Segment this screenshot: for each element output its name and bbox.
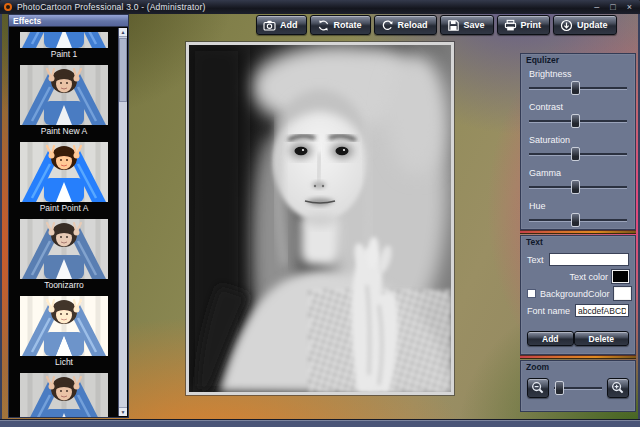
save-button-label: Save bbox=[464, 20, 485, 30]
window-title: PhotoCartoon Professional 3.0 - (Adminis… bbox=[17, 2, 205, 12]
saturation-slider-thumb[interactable] bbox=[571, 147, 580, 161]
effect-item-paint-point-a[interactable]: Paint Point A bbox=[9, 142, 119, 215]
print-icon bbox=[504, 19, 517, 32]
background-checkbox[interactable] bbox=[527, 289, 536, 298]
background-color-row: Background Color bbox=[527, 287, 629, 300]
effect-caption: Paint New A bbox=[9, 125, 119, 138]
zoom-panel-header: Zoom bbox=[521, 361, 635, 374]
gamma-label: Gamma bbox=[529, 168, 627, 178]
font-name-input[interactable] bbox=[575, 304, 629, 317]
gamma-slider[interactable] bbox=[529, 186, 627, 189]
effect-thumbnail bbox=[20, 32, 108, 48]
hue-label: Hue bbox=[529, 201, 627, 211]
background-label: Background bbox=[540, 289, 588, 299]
hue-slider-thumb[interactable] bbox=[571, 213, 580, 227]
reload-button[interactable]: Reload bbox=[374, 15, 437, 35]
effects-panel-header: Effects bbox=[8, 14, 129, 27]
effect-caption: Licht bbox=[9, 356, 119, 369]
text-input[interactable] bbox=[549, 253, 629, 266]
main-toolbar: Add Rotate Reload bbox=[256, 15, 617, 35]
text-input-row: Text bbox=[527, 253, 629, 266]
text-color-swatch[interactable] bbox=[612, 270, 629, 283]
saturation-slider[interactable] bbox=[529, 153, 627, 156]
effects-scrollbar[interactable]: ▲ ▼ bbox=[118, 28, 127, 416]
panel-separator bbox=[520, 355, 636, 359]
save-button[interactable]: Save bbox=[440, 15, 494, 35]
text-color-label: Text color bbox=[569, 272, 608, 282]
effect-item-paint-new-a[interactable]: Paint New A bbox=[9, 65, 119, 138]
zoom-in-button[interactable] bbox=[607, 378, 629, 398]
effect-caption: Paint 1 bbox=[9, 48, 119, 61]
text-panel: Text Text Text color Background Color Fo… bbox=[520, 235, 636, 355]
effect-thumbnail bbox=[20, 296, 108, 356]
app-window: PhotoCartoon Professional 3.0 - (Adminis… bbox=[0, 0, 640, 427]
add-button[interactable]: Add bbox=[256, 15, 307, 35]
reload-icon bbox=[381, 19, 394, 32]
portrait-photo bbox=[189, 45, 451, 392]
add-text-button-label: Add bbox=[542, 334, 559, 344]
background-color-swatch[interactable] bbox=[614, 287, 631, 300]
text-panel-header: Text bbox=[521, 236, 635, 249]
add-button-label: Add bbox=[280, 20, 298, 30]
contrast-label: Contrast bbox=[529, 102, 627, 112]
brightness-slider-group: Brightness bbox=[529, 69, 627, 90]
effect-thumbnail bbox=[20, 373, 108, 418]
effects-panel: Effects Paint 1 Paint New A bbox=[8, 14, 129, 418]
rotate-icon bbox=[317, 19, 330, 32]
update-button-label: Update bbox=[577, 20, 608, 30]
rotate-button[interactable]: Rotate bbox=[310, 15, 371, 35]
camera-icon bbox=[263, 19, 276, 32]
zoom-out-button[interactable] bbox=[527, 378, 549, 398]
print-button-label: Print bbox=[521, 20, 542, 30]
zoom-controls-row bbox=[527, 378, 629, 398]
font-name-row: Font name bbox=[527, 304, 629, 317]
zoom-slider[interactable] bbox=[554, 387, 602, 390]
effect-caption: Toonizarro bbox=[9, 279, 119, 292]
contrast-slider[interactable] bbox=[529, 120, 627, 123]
zoom-slider-thumb[interactable] bbox=[555, 381, 564, 395]
saturation-slider-group: Saturation bbox=[529, 135, 627, 156]
scroll-up-icon[interactable]: ▲ bbox=[119, 28, 127, 37]
effect-item-paint-1[interactable]: Paint 1 bbox=[9, 32, 119, 61]
saturation-label: Saturation bbox=[529, 135, 627, 145]
hue-slider-group: Hue bbox=[529, 201, 627, 222]
effect-item-licht[interactable]: Licht bbox=[9, 296, 119, 369]
gamma-slider-group: Gamma bbox=[529, 168, 627, 189]
canvas-image[interactable] bbox=[186, 42, 454, 395]
text-color-row: Text color bbox=[527, 270, 629, 283]
window-controls: – □ × bbox=[594, 1, 632, 13]
contrast-slider-thumb[interactable] bbox=[571, 114, 580, 128]
text-buttons-row: Add Delete bbox=[527, 331, 629, 346]
contrast-slider-group: Contrast bbox=[529, 102, 627, 123]
print-button[interactable]: Print bbox=[497, 15, 551, 35]
gamma-slider-thumb[interactable] bbox=[571, 180, 580, 194]
equalizer-panel: Equlizer Brightness Contrast Saturation … bbox=[520, 53, 636, 230]
effect-item-next[interactable] bbox=[9, 373, 119, 418]
scrollbar-thumb[interactable] bbox=[119, 38, 127, 102]
maximize-button[interactable]: □ bbox=[610, 1, 615, 13]
zoom-panel: Zoom bbox=[520, 360, 636, 412]
reload-button-label: Reload bbox=[398, 20, 428, 30]
delete-text-button[interactable]: Delete bbox=[574, 331, 630, 346]
window-bottom-frame bbox=[0, 419, 640, 427]
effect-thumbnail bbox=[20, 219, 108, 279]
font-name-label: Font name bbox=[527, 306, 570, 316]
effects-list: Paint 1 Paint New A Paint Point A bbox=[8, 27, 129, 418]
scroll-down-icon[interactable]: ▼ bbox=[119, 407, 127, 416]
update-button[interactable]: Update bbox=[553, 15, 617, 35]
add-text-button[interactable]: Add bbox=[527, 331, 574, 346]
effect-thumbnail bbox=[20, 65, 108, 125]
equalizer-panel-header: Equlizer bbox=[521, 54, 635, 67]
effect-caption: Paint Point A bbox=[9, 202, 119, 215]
brightness-slider-thumb[interactable] bbox=[571, 81, 580, 95]
brightness-label: Brightness bbox=[529, 69, 627, 79]
brightness-slider[interactable] bbox=[529, 87, 627, 90]
magnifier-minus-icon bbox=[531, 381, 545, 395]
effect-thumbnail bbox=[20, 142, 108, 202]
app-logo-icon bbox=[4, 3, 12, 11]
effect-item-toonizarro[interactable]: Toonizarro bbox=[9, 219, 119, 292]
minimize-button[interactable]: – bbox=[594, 1, 599, 13]
hue-slider[interactable] bbox=[529, 219, 627, 222]
close-button[interactable]: × bbox=[627, 1, 632, 13]
magnifier-plus-icon bbox=[611, 381, 625, 395]
